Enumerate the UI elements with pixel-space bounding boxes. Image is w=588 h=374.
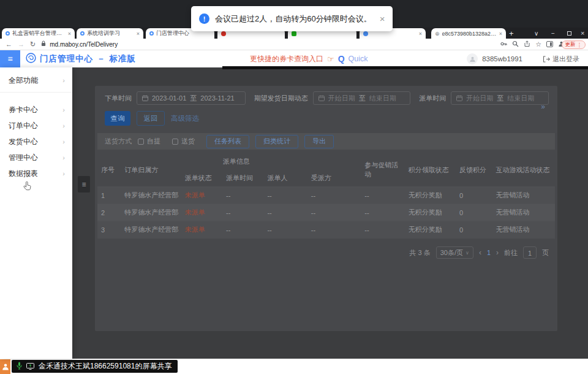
tab-close-icon[interactable]: × — [499, 31, 502, 37]
calendar-icon — [142, 95, 148, 101]
sidebar-divider — [0, 92, 72, 93]
drawer-handle-button[interactable]: ≡ — [78, 176, 90, 193]
sidebar-menu: 全部功能 › 券卡中心 › 订单中心 › 发货中心 › 管理中心 › 数据报表 … — [0, 67, 72, 359]
meeting-toast: ! 会议已超过2人，自动转为60分钟限时会议。 × — [191, 6, 393, 31]
col-promo: 参与促销活动 — [361, 153, 404, 187]
table-row[interactable]: 3 特罗德水产经营部 未派单 -- -- -- -- 无积分奖励 0 无营销活动 — [97, 221, 555, 239]
tab-close-icon[interactable]: × — [68, 31, 71, 37]
prev-page-button[interactable]: ‹ — [479, 248, 481, 257]
delivery-mode-label: 送货方式 — [105, 137, 132, 146]
browser-address-bar: ← → ↻ md.maboy.cn/TelDelivery ☆ 更新 ⋮ — [0, 39, 588, 50]
order-time-range-input[interactable]: 2023-01-01 至 2023-11-21 — [137, 91, 246, 105]
user-avatar[interactable] — [467, 53, 478, 64]
chevron-right-icon: › — [62, 154, 65, 161]
globe-favicon: ⊕ — [435, 31, 440, 37]
col-owner: 订单归属方 — [121, 153, 181, 187]
screen-share-bar: 金禾通技术王斌18662591081的屏幕共享 — [12, 360, 178, 373]
maboy-favicon — [6, 31, 10, 36]
page-size-select[interactable]: 30条/页 ∨ — [436, 246, 473, 259]
share-bar-text: 金禾通技术王斌18662591081的屏幕共享 — [39, 361, 172, 372]
advanced-filter-button[interactable]: 高级筛选 — [171, 114, 199, 123]
calendar-icon — [456, 95, 462, 101]
col-person: 派单人 — [263, 170, 307, 187]
dispatch-time-input[interactable]: 开始日期 至 结束日期 — [451, 91, 549, 105]
goto-page-input[interactable]: 1 — [523, 246, 537, 259]
col-assignee: 受派方 — [307, 170, 361, 187]
task-list-tab[interactable]: 任务列表 — [206, 135, 249, 148]
url-text[interactable]: md.maboy.cn/TelDelivery — [50, 41, 118, 48]
next-page-button[interactable]: › — [496, 248, 499, 257]
export-button[interactable]: 导出 — [304, 135, 334, 148]
window-close-button[interactable]: × — [581, 28, 584, 39]
share-icon[interactable] — [524, 40, 530, 48]
maboy-favicon — [80, 31, 85, 36]
sidebar-item-data-reports[interactable]: 数据报表 › — [0, 166, 72, 181]
collapse-panel-icon[interactable]: » — [541, 102, 545, 111]
query-button[interactable]: 查询 — [105, 111, 130, 126]
calendar-icon — [318, 95, 325, 101]
bookmark-star-icon[interactable]: ☆ — [535, 40, 541, 48]
zoom-icon[interactable] — [512, 40, 519, 48]
new-tab-button[interactable]: + — [509, 29, 514, 38]
col-group-dispatch-info: 派单信息 — [181, 153, 361, 170]
tab-training[interactable]: 系统培训学习 × — [77, 28, 143, 39]
toast-close-icon[interactable]: × — [380, 13, 385, 24]
delivery-checkbox[interactable]: 送货 — [172, 137, 195, 146]
tab-close-icon[interactable]: × — [137, 31, 140, 37]
hamburger-menu-button[interactable]: ≡ — [0, 50, 20, 67]
dispatch-time-label: 派单时间 — [419, 94, 446, 103]
page-unit-label: 页 — [542, 248, 549, 258]
col-time: 派单时间 — [222, 170, 263, 187]
app-edition: 标准版 — [110, 53, 137, 64]
app-title: 门店管理中心 — [40, 53, 93, 64]
tab-close-icon[interactable]: × — [419, 31, 422, 37]
sidebar-item-coupon-center[interactable]: 券卡中心 › — [0, 102, 72, 117]
split-view-icon[interactable] — [546, 41, 553, 48]
window-minimize-button[interactable]: − — [551, 28, 555, 39]
toast-text: 会议已超过2人，自动转为60分钟限时会议。 — [215, 13, 372, 25]
col-points: 反馈积分 — [456, 153, 492, 187]
col-game: 互动游戏活动状态 — [492, 153, 555, 187]
sidebar-item-order-center[interactable]: 订单中心 › — [0, 118, 72, 133]
quick-search-icon[interactable]: Q — [338, 54, 345, 64]
main-content-dimmed: ≡ 下单时间 2023-01-01 至 2023-11-21 期望发货日期动态 … — [72, 67, 588, 359]
toolbar-row: 送货方式 自提 送货 任务列表 归类统计 导出 — [97, 133, 555, 150]
pagination: 共 3 条 30条/页 ∨ ‹ 1 › 前往 1 页 — [409, 246, 549, 259]
chevron-right-icon: › — [62, 170, 65, 177]
window-restore-button[interactable] — [567, 28, 571, 39]
table-row[interactable]: 1 特罗德水产经营部 未派单 -- -- -- -- 无积分奖励 0 无营销活动 — [97, 187, 555, 204]
person-icon — [2, 363, 9, 370]
filter-row: 下单时间 2023-01-01 至 2023-11-21 期望发货日期动态 开始… — [95, 91, 557, 105]
back-button[interactable]: 返回 — [137, 111, 165, 126]
total-count: 共 3 条 — [409, 248, 430, 258]
category-stats-tab[interactable]: 归类统计 — [255, 135, 298, 148]
logout-icon — [543, 56, 550, 63]
kebab-menu-icon: ⋮ — [577, 42, 582, 48]
table-row[interactable]: 2 特罗德水产经营部 未派单 -- -- -- -- 无积分奖励 0 无营销活动 — [97, 204, 555, 221]
back-icon[interactable]: ← — [6, 40, 12, 48]
key-icon[interactable] — [500, 40, 507, 48]
sidebar-item-shipping-center[interactable]: 发货中心 › — [0, 134, 72, 149]
promo-text: 更快捷的券卡查询入口 — [250, 54, 323, 64]
tab-label: e8c573980b1328a258fd2e6 — [442, 31, 497, 37]
table-header-group-row: 序号 订单归属方 派单信息 参与促销活动 积分领取状态 反馈积分 互动游戏活动状… — [97, 153, 555, 170]
pickup-checkbox[interactable]: 自提 — [138, 137, 160, 146]
tab-gift-platform[interactable]: 礼盒营销平台管理中心 × — [2, 28, 75, 39]
quick-link[interactable]: Quick — [349, 55, 368, 63]
expect-ship-date-input[interactable]: 开始日期 至 结束日期 — [313, 91, 411, 105]
forward-icon[interactable]: → — [18, 40, 24, 48]
col-seq: 序号 — [97, 153, 121, 187]
order-time-label: 下单时间 — [105, 94, 132, 103]
action-buttons: 查询 返回 高级筛选 — [105, 111, 199, 126]
sidebar-item-management-center[interactable]: 管理中心 › — [0, 150, 72, 165]
sidebar-item-all-functions[interactable]: 全部功能 › — [0, 73, 72, 88]
tab-hash-page[interactable]: ⊕ e8c573980b1328a258fd2e6 × — [431, 28, 506, 39]
chrome-update-button[interactable]: 更新 ⋮ — [562, 40, 586, 49]
tab-search-chevron-icon[interactable]: ∨ — [534, 28, 538, 39]
microphone-icon — [17, 361, 22, 372]
maboy-favicon — [149, 31, 154, 36]
refresh-icon[interactable]: ↻ — [30, 40, 36, 48]
current-page[interactable]: 1 — [487, 249, 491, 256]
promo-area: 更快捷的券卡查询入口 ☞ Q Quick — [250, 50, 368, 67]
logout-button[interactable]: 退出登录 — [543, 55, 579, 64]
